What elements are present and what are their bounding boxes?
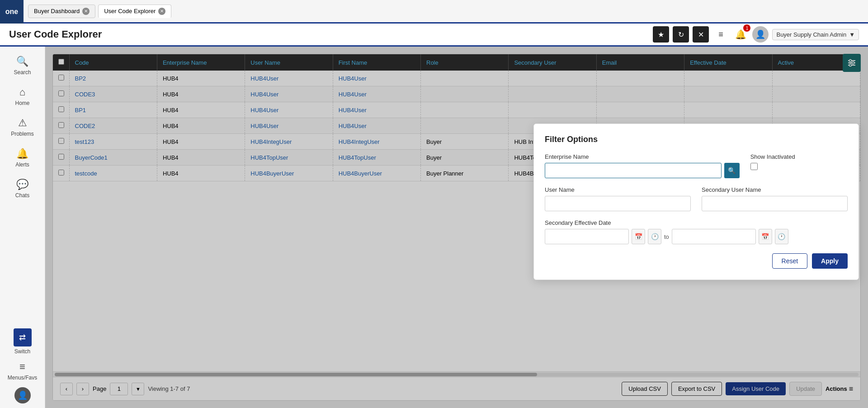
user-role-dropdown[interactable]: Buyer Supply Chain Admin ▼	[772, 29, 859, 40]
sidebar-search-label: Search	[14, 69, 31, 76]
enterprise-name-input[interactable]	[545, 163, 722, 178]
notif-badge: 1	[743, 24, 750, 32]
avatar: 👤	[752, 26, 769, 43]
date-from-input[interactable]	[545, 229, 629, 244]
date-to-calendar-icon[interactable]: 📅	[759, 229, 772, 244]
switch-icon: ⇄	[14, 328, 32, 346]
sidebar-avatar[interactable]: 👤	[14, 387, 31, 403]
tab-user-code-explorer[interactable]: User Code Explorer ✕	[98, 5, 171, 18]
alerts-icon: 🔔	[16, 148, 28, 160]
enterprise-name-label: Enterprise Name	[545, 153, 740, 160]
sidebar-chats-label: Chats	[15, 192, 29, 199]
sidebar: 🔍 Search ⌂ Home ⚠ Problems 🔔 Alerts 💬 Ch…	[0, 47, 45, 408]
user-name-label: User Name	[545, 186, 691, 193]
sidebar-menus-label: Menus/Favs	[8, 375, 37, 381]
refresh-button[interactable]: ↻	[673, 26, 689, 43]
sidebar-item-alerts[interactable]: 🔔 Alerts	[2, 143, 43, 172]
switch-button[interactable]: ⇄ Switch	[14, 328, 32, 355]
logo-text: one	[5, 8, 18, 16]
search-icon: 🔍	[16, 56, 28, 67]
sidebar-item-chats[interactable]: 💬 Chats	[2, 174, 43, 203]
apply-button[interactable]: Apply	[812, 253, 848, 269]
user-role-label: Buyer Supply Chain Admin	[776, 31, 846, 38]
chats-icon: 💬	[16, 179, 28, 190]
sidebar-item-search[interactable]: 🔍 Search	[2, 51, 43, 80]
date-to-time-icon[interactable]: 🕐	[775, 229, 788, 244]
logo-box[interactable]: one	[0, 0, 24, 24]
filter-title: Filter Options	[545, 135, 848, 144]
switch-label: Switch	[14, 348, 30, 355]
sidebar-item-problems[interactable]: ⚠ Problems	[2, 113, 43, 142]
sidebar-item-home[interactable]: ⌂ Home	[2, 82, 43, 111]
chevron-down-icon: ▼	[849, 31, 855, 38]
secondary-effective-date-label: Secondary Effective Date	[545, 219, 788, 226]
tab-user-code-label: User Code Explorer	[104, 8, 156, 14]
tab-user-code-close[interactable]: ✕	[158, 8, 165, 15]
tab-buyer-label: Buyer Dashboard	[34, 8, 80, 14]
date-to-input[interactable]	[672, 229, 756, 244]
enterprise-search-button[interactable]: 🔍	[724, 163, 740, 178]
show-inactivated-checkbox[interactable]	[750, 163, 758, 170]
menus-icon: ≡	[19, 361, 25, 373]
sidebar-item-menus[interactable]: ≡ Menus/Favs	[2, 356, 43, 385]
close-button[interactable]: ✕	[693, 26, 709, 43]
user-name-input[interactable]	[545, 196, 691, 211]
to-label: to	[664, 233, 669, 240]
filter-panel: Filter Options Enterprise Name 🔍 Show In…	[533, 123, 859, 280]
reset-button[interactable]: Reset	[772, 253, 808, 269]
date-from-calendar-icon[interactable]: 📅	[632, 229, 645, 244]
secondary-user-name-label: Secondary User Name	[702, 186, 848, 193]
sidebar-problems-label: Problems	[11, 131, 34, 137]
tab-buyer-dashboard[interactable]: Buyer Dashboard ✕	[28, 5, 95, 18]
home-icon: ⌂	[19, 86, 25, 98]
date-from-time-icon[interactable]: 🕐	[648, 229, 661, 244]
show-inactivated-label: Show Inactivated	[750, 153, 848, 160]
secondary-user-name-input[interactable]	[702, 196, 848, 211]
page-header: User Code Explorer ★ ↻ ✕ ≡ 🔔 1 👤 Buyer S…	[0, 24, 868, 47]
notification-bell[interactable]: 🔔 1	[732, 26, 749, 43]
content-area: Code Enterprise Name User Name First Nam…	[45, 47, 868, 408]
problems-icon: ⚠	[18, 117, 27, 129]
star-button[interactable]: ★	[653, 26, 669, 43]
sidebar-home-label: Home	[15, 100, 29, 106]
tab-buyer-close[interactable]: ✕	[82, 8, 90, 15]
menu-button[interactable]: ≡	[712, 26, 729, 43]
sidebar-alerts-label: Alerts	[15, 161, 29, 168]
page-title: User Code Explorer	[9, 28, 102, 40]
